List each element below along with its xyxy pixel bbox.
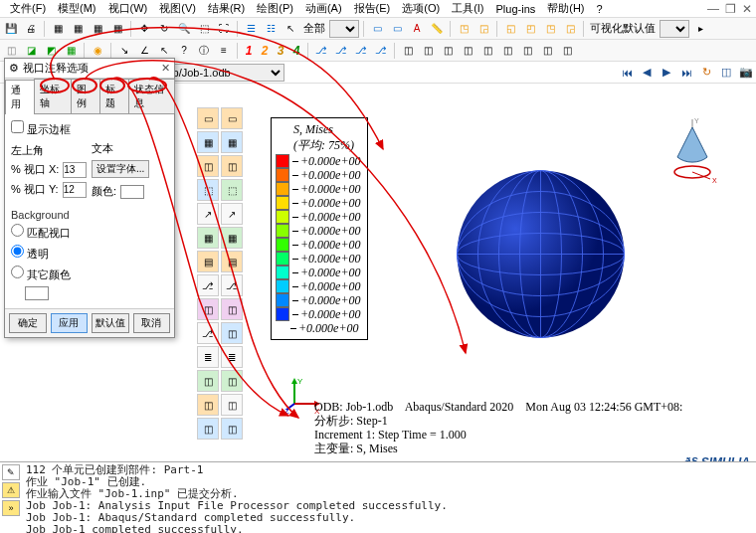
menu-viewport[interactable]: 视口(W)	[102, 1, 154, 16]
st-17[interactable]: ◫	[197, 298, 219, 320]
grid4-icon[interactable]: ▦	[108, 20, 126, 38]
zoom-icon[interactable]: 🔍	[175, 20, 193, 38]
axis4-icon[interactable]: ⎇	[372, 42, 390, 60]
persp-icon[interactable]: ◳	[455, 20, 472, 38]
window-minimize-icon[interactable]: —	[707, 2, 719, 16]
tool-e-icon[interactable]: ◫	[478, 42, 496, 60]
first-frame-icon[interactable]: ⏮	[619, 65, 635, 81]
pan-icon[interactable]: ✥	[135, 20, 153, 38]
layers-icon[interactable]: ≡	[215, 42, 233, 60]
viewport[interactable]: S, Mises (平均: 75%) +0.000e+00+0.000e+00+…	[255, 107, 752, 455]
cursor-icon[interactable]: ↖	[282, 20, 299, 38]
st-23[interactable]: ◫	[197, 370, 219, 392]
refresh-icon[interactable]: ↻	[698, 65, 714, 81]
bg-other-radio[interactable]: 其它颜色	[11, 266, 168, 282]
fit-icon[interactable]: ⛶	[215, 20, 233, 38]
st-10[interactable]: ↗	[221, 203, 243, 225]
st-08[interactable]: ⬚	[221, 179, 243, 201]
ruler-icon[interactable]: 📏	[428, 20, 446, 38]
print-icon[interactable]: 🖨	[22, 20, 40, 38]
menu-model[interactable]: 模型(M)	[52, 1, 102, 16]
field2-icon[interactable]: ▭	[388, 20, 406, 38]
color-swatch[interactable]	[120, 185, 144, 199]
shade1-icon[interactable]: ◪	[22, 42, 40, 60]
msg-tab-1-icon[interactable]: ✎	[2, 464, 20, 480]
view-list-icon[interactable]: ☰	[242, 20, 260, 38]
dialog-titlebar[interactable]: ⚙ 视口注释选项 ✕	[5, 59, 174, 79]
tab-axes[interactable]: 坐标轴	[34, 79, 73, 113]
st-12[interactable]: ▦	[221, 227, 243, 249]
angle-icon[interactable]: ∠	[135, 42, 153, 60]
menu-tools[interactable]: 工具(I)	[446, 1, 489, 16]
menu-animate[interactable]: 动画(A)	[299, 1, 348, 16]
st-15[interactable]: ⎇	[197, 274, 219, 296]
ortho-icon[interactable]: ◲	[474, 20, 492, 38]
grid1-icon[interactable]: ▦	[49, 20, 67, 38]
st-28[interactable]: ◫	[221, 418, 243, 440]
tool-i-icon[interactable]: ◫	[558, 42, 576, 60]
st-02[interactable]: ▭	[221, 107, 243, 129]
st-18[interactable]: ◫	[221, 298, 243, 320]
view-select[interactable]	[329, 20, 359, 38]
stdview-3[interactable]: 3	[274, 44, 287, 58]
shade2-icon[interactable]: ◩	[42, 42, 60, 60]
show-border-checkbox[interactable]: 显示边框	[11, 120, 168, 137]
menu-help[interactable]: 帮助(H)	[541, 1, 590, 16]
view-icon[interactable]: ☷	[262, 20, 280, 38]
defaults-button[interactable]: 默认值	[92, 313, 129, 333]
st-27[interactable]: ◫	[197, 418, 219, 440]
i-icon[interactable]: ⓘ	[195, 42, 213, 60]
menu-view[interactable]: 视图(V)	[153, 1, 202, 16]
grid2-icon[interactable]: ▦	[69, 20, 87, 38]
menu-file[interactable]: 文件(F)	[4, 1, 52, 16]
tool-g-icon[interactable]: ◫	[518, 42, 536, 60]
tab-title[interactable]: 标题	[99, 79, 129, 113]
save-icon[interactable]: 💾	[2, 20, 20, 38]
cancel-button[interactable]: 取消	[133, 313, 171, 333]
tool-b-icon[interactable]: ◫	[419, 42, 437, 60]
cube4-icon[interactable]: ◲	[561, 20, 579, 38]
st-21[interactable]: ≣	[197, 346, 219, 368]
stdview-2[interactable]: 2	[258, 44, 272, 58]
q-icon[interactable]: ?	[175, 42, 193, 60]
wire-icon[interactable]: ◫	[2, 42, 20, 60]
st-19[interactable]: ⎇	[197, 322, 219, 344]
bg-transparent-radio[interactable]: 透明	[11, 245, 168, 262]
grid3-icon[interactable]: ▦	[89, 20, 106, 38]
msg-tab-3-icon[interactable]: »	[2, 500, 20, 516]
stdview-1[interactable]: 1	[242, 44, 256, 58]
st-07[interactable]: ⬚	[197, 179, 219, 201]
st-01[interactable]: ▭	[197, 107, 219, 129]
st-25[interactable]: ◫	[197, 394, 219, 416]
menu-plugins[interactable]: Plug-ins	[490, 3, 542, 15]
menu-results[interactable]: 结果(R)	[202, 1, 251, 16]
st-06[interactable]: ◫	[221, 155, 243, 177]
prev-frame-icon[interactable]: ◀	[639, 65, 655, 81]
tool-f-icon[interactable]: ◫	[498, 42, 516, 60]
arrow-icon[interactable]: ↘	[115, 42, 133, 60]
menu-report[interactable]: 报告(E)	[348, 1, 397, 16]
st-16[interactable]: ⎇	[221, 274, 243, 296]
viewport-x-input[interactable]	[63, 162, 87, 178]
zoombox-icon[interactable]: ⬚	[195, 20, 213, 38]
tab-legend[interactable]: 图例	[71, 79, 100, 113]
st-22[interactable]: ≣	[221, 346, 243, 368]
st-20[interactable]: ◫	[221, 322, 243, 344]
annotate-icon[interactable]: A	[408, 20, 426, 38]
axis1-icon[interactable]: ⎇	[312, 42, 330, 60]
menu-plot[interactable]: 绘图(P)	[251, 1, 299, 16]
st-26[interactable]: ◫	[221, 394, 243, 416]
cube3-icon[interactable]: ◳	[541, 20, 559, 38]
menu-search-hint[interactable]: ?	[591, 3, 609, 15]
viscount-select[interactable]	[660, 20, 689, 38]
cursor2-icon[interactable]: ↖	[155, 42, 173, 60]
axis3-icon[interactable]: ⎇	[352, 42, 370, 60]
camera-icon[interactable]: 📷	[738, 65, 754, 81]
tool-a-icon[interactable]: ◫	[399, 42, 417, 60]
cube1-icon[interactable]: ◱	[501, 20, 519, 38]
st-05[interactable]: ◫	[197, 155, 219, 177]
st-09[interactable]: ↗	[197, 203, 219, 225]
tab-general[interactable]: 通用	[5, 80, 35, 114]
menu-options[interactable]: 选项(O)	[396, 1, 446, 16]
cube2-icon[interactable]: ◰	[521, 20, 539, 38]
